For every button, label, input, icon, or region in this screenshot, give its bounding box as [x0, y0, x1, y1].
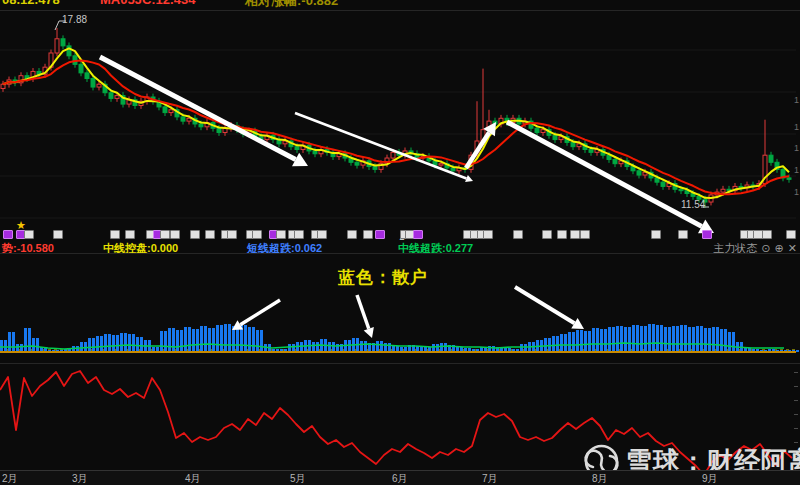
white-marker-icon[interactable] [678, 230, 688, 239]
candle-body [115, 96, 119, 99]
right-axis-fragment: 1 [794, 95, 799, 105]
retail-bar [648, 324, 651, 352]
retail-bar [608, 327, 611, 352]
white-marker-icon[interactable] [651, 230, 661, 239]
white-marker-icon[interactable] [762, 230, 772, 239]
month-label: 7月 [482, 472, 498, 485]
candle-body [67, 46, 71, 56]
white-marker-icon[interactable] [125, 230, 135, 239]
white-marker-icon[interactable] [347, 230, 357, 239]
white-marker-icon[interactable] [317, 230, 327, 239]
retail-bar [332, 342, 335, 352]
low-price-label: 11.54 [681, 199, 705, 210]
white-marker-icon[interactable] [110, 230, 120, 239]
white-marker-icon[interactable] [580, 230, 590, 239]
retail-bar [388, 343, 391, 352]
retail-bar [204, 326, 207, 352]
top-divider [0, 10, 800, 11]
retail-bar [712, 327, 715, 352]
retail-bar [688, 327, 691, 352]
retail-bar [616, 326, 619, 352]
retail-bar [624, 327, 627, 352]
month-label: 4月 [185, 472, 201, 485]
retail-bar [312, 342, 315, 352]
retail-bar [728, 332, 731, 352]
retail-bar [212, 328, 215, 352]
white-marker-icon[interactable] [24, 230, 34, 239]
retail-bar [632, 325, 635, 352]
retail-bar [124, 333, 127, 352]
retail-bar [580, 330, 583, 352]
white-marker-icon[interactable] [557, 230, 567, 239]
retail-bar [676, 326, 679, 352]
white-marker-icon[interactable] [170, 230, 180, 239]
candle-body [721, 189, 725, 192]
month-label: 3月 [72, 472, 88, 485]
purple-marker-icon[interactable] [702, 230, 712, 239]
white-marker-icon[interactable] [190, 230, 200, 239]
top-info-bar: 08.12.478 MA05JC:12.434 相对涨幅:-0.882 [0, 0, 800, 9]
retail-bar [692, 327, 695, 352]
white-marker-icon[interactable] [513, 230, 523, 239]
candle-body [355, 162, 359, 165]
retail-bar [176, 330, 179, 352]
purple-marker-icon[interactable] [3, 230, 13, 239]
white-marker-icon[interactable] [53, 230, 63, 239]
purple-marker-icon[interactable] [413, 230, 423, 239]
white-marker-icon[interactable] [363, 230, 373, 239]
white-marker-icon[interactable] [570, 230, 580, 239]
retail-bar [36, 338, 39, 352]
blue-retail-annotation: 蓝色：散户 [338, 266, 428, 289]
retail-bar [256, 330, 259, 352]
retail-bar [672, 326, 675, 352]
trend-arrow [100, 57, 296, 160]
retail-bar [560, 334, 563, 352]
retail-bar [184, 327, 187, 352]
candle-body [553, 135, 557, 139]
retail-bar [196, 329, 199, 352]
white-marker-icon[interactable] [483, 230, 493, 239]
retail-bar [612, 327, 615, 352]
retail-bar [260, 330, 263, 352]
candle-body [373, 167, 377, 170]
retail-bar [244, 325, 247, 352]
purple-marker-icon[interactable] [375, 230, 385, 239]
white-marker-icon[interactable] [786, 230, 796, 239]
retail-bar [116, 335, 119, 352]
retail-bar [440, 343, 443, 352]
white-marker-icon[interactable] [227, 230, 237, 239]
right-axis-fragment: 1 [794, 143, 799, 153]
retail-bar [168, 328, 171, 352]
retail-bar [132, 334, 135, 352]
retail-bar [112, 335, 115, 352]
candle-body [661, 182, 665, 186]
candle-body [295, 147, 299, 150]
candle-body [55, 39, 59, 53]
candle-body [217, 128, 221, 132]
candle-body [439, 164, 443, 165]
retail-bar [160, 331, 163, 352]
white-marker-icon[interactable] [252, 230, 262, 239]
retail-bar [92, 338, 95, 352]
candle-body [391, 152, 395, 158]
white-marker-icon[interactable] [294, 230, 304, 239]
retail-bar [360, 341, 363, 352]
retail-bar [28, 328, 31, 352]
white-marker-icon[interactable] [276, 230, 286, 239]
retail-bar [172, 328, 175, 352]
retail-bar [556, 336, 559, 352]
retail-bar [684, 325, 687, 352]
top-bar-value-1: 08.12.478 [2, 0, 60, 7]
white-marker-icon[interactable] [542, 230, 552, 239]
candle-body [187, 118, 191, 121]
retail-bar [288, 344, 291, 352]
retail-bar [696, 326, 699, 352]
ma-line [3, 60, 789, 194]
white-marker-icon[interactable] [205, 230, 215, 239]
candle-body [541, 130, 545, 133]
retail-bar [644, 326, 647, 352]
bottom-axis-tick [794, 428, 798, 429]
white-marker-icon[interactable] [160, 230, 170, 239]
retail-bar [328, 342, 331, 352]
retail-bar [24, 328, 27, 352]
